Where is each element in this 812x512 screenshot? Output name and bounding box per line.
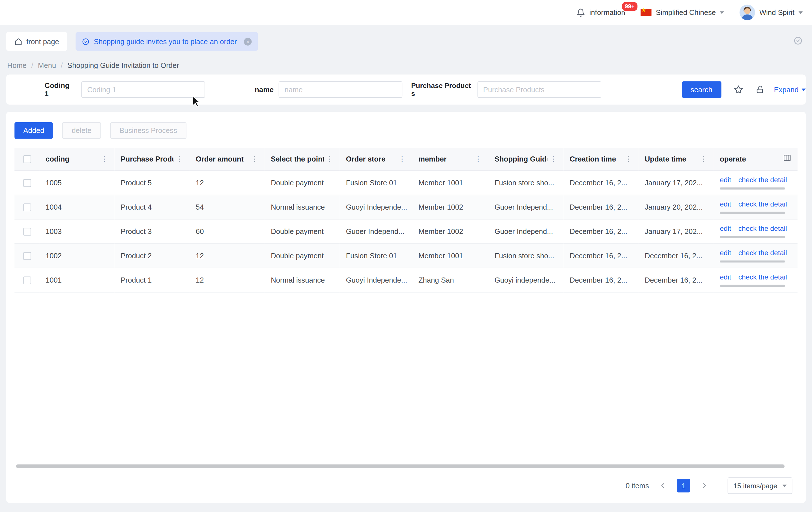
page-size-select[interactable]: 15 items/page <box>728 478 792 494</box>
table-row: 1005 Product 5 12 Double payment Fusion … <box>14 170 797 194</box>
cell-order-amount: 12 <box>190 268 264 292</box>
column-menu-icon[interactable]: ⋮ <box>251 154 258 163</box>
cell-coding: 1004 <box>39 194 114 219</box>
table-row: 1004 Product 4 54 Normal issuance Guoyi … <box>14 194 797 219</box>
row-checkbox[interactable] <box>23 203 31 211</box>
row-checkbox[interactable] <box>23 252 31 260</box>
tab-label: front page <box>26 37 59 46</box>
check-detail-link[interactable]: check the detail <box>738 249 787 256</box>
horizontal-scrollbar[interactable] <box>16 464 785 468</box>
col-shopping-guide: Shopping Guide <box>495 155 548 163</box>
cell-creation-time: December 16, 2... <box>563 268 638 292</box>
cell-member: Member 1002 <box>412 219 488 243</box>
china-flag-icon: ★ <box>641 9 651 16</box>
tab-label: Shopping guide invites you to place an o… <box>94 37 237 46</box>
cell-update-time: December 16, 2... <box>639 243 714 268</box>
cell-member: Member 1002 <box>412 194 488 219</box>
column-menu-icon[interactable]: ⋮ <box>326 154 333 163</box>
table-row: 1001 Product 1 12 Normal issuance Guoyi … <box>14 268 797 292</box>
col-select-point: Select the point... <box>271 155 324 163</box>
pagination: 0 items 1 15 items/page <box>626 478 792 494</box>
cell-order-amount: 12 <box>190 170 264 194</box>
chevron-down-icon <box>720 11 724 13</box>
check-circle-icon <box>82 38 89 45</box>
operate-scrollbar[interactable] <box>720 187 785 189</box>
column-menu-icon[interactable]: ⋮ <box>700 154 707 163</box>
col-order-amount: Order amount <box>196 155 243 163</box>
edit-link[interactable]: edit <box>720 176 731 183</box>
business-process-button[interactable]: Business Process <box>110 122 186 139</box>
operate-scrollbar[interactable] <box>720 260 785 262</box>
notification-menu[interactable]: information 99+ <box>576 8 625 17</box>
breadcrumb: Home / Menu / Shopping Guide Invitation … <box>7 61 812 69</box>
cell-coding: 1003 <box>39 219 114 243</box>
expand-toggle[interactable]: Expand <box>774 85 806 94</box>
unlock-icon[interactable] <box>755 85 765 94</box>
search-button[interactable]: search <box>682 81 721 98</box>
col-order-store: Order store <box>346 155 386 163</box>
column-menu-icon[interactable]: ⋮ <box>549 154 557 163</box>
cell-order-amount: 54 <box>190 194 264 219</box>
check-detail-link[interactable]: check the detail <box>738 176 787 183</box>
cell-purchase-product: Product 3 <box>115 219 190 243</box>
name-label: name <box>255 85 273 94</box>
app-window: information 99+ ★ Simplified Chinese Win… <box>0 0 812 512</box>
col-update-time: Update time <box>645 155 686 163</box>
edit-link[interactable]: edit <box>720 224 731 232</box>
close-icon[interactable]: × <box>244 38 252 45</box>
top-bar: information 99+ ★ Simplified Chinese Win… <box>0 0 812 25</box>
row-checkbox[interactable] <box>23 276 31 284</box>
coding-label: Coding 1 <box>45 81 75 98</box>
name-input[interactable] <box>279 81 402 98</box>
column-menu-icon[interactable]: ⋮ <box>398 154 406 163</box>
operate-scrollbar[interactable] <box>720 284 785 287</box>
edit-link[interactable]: edit <box>720 249 731 256</box>
coding-input[interactable] <box>82 81 205 98</box>
breadcrumb-menu[interactable]: Menu <box>38 61 56 69</box>
check-detail-link[interactable]: check the detail <box>738 224 787 232</box>
column-menu-icon[interactable]: ⋮ <box>175 154 183 163</box>
information-label: information 99+ <box>589 8 625 17</box>
purchase-products-input[interactable] <box>477 81 601 98</box>
language-switcher[interactable]: ★ Simplified Chinese <box>641 8 724 17</box>
delete-button[interactable]: delete <box>62 122 101 139</box>
content-card: Added delete Business Process coding⋮ Pu… <box>6 112 806 503</box>
col-operate: operate <box>720 155 746 163</box>
table-toolbar: Added delete Business Process <box>14 122 797 139</box>
cell-creation-time: December 16, 2... <box>563 219 638 243</box>
cell-member: Zhang San <box>412 268 488 292</box>
orders-table: coding⋮ Purchase Produ...⋮ Order amount⋮… <box>14 148 797 293</box>
page-1-button[interactable]: 1 <box>677 479 691 492</box>
prev-page-button[interactable] <box>655 478 671 493</box>
operate-scrollbar[interactable] <box>720 212 785 214</box>
cell-order-amount: 12 <box>190 243 264 268</box>
column-menu-icon[interactable]: ⋮ <box>474 154 482 163</box>
cell-shopping-guide: Guoer Independ... <box>488 219 563 243</box>
column-menu-icon[interactable]: ⋮ <box>100 154 108 163</box>
col-creation-time: Creation time <box>570 155 616 163</box>
cell-select-point: Normal issuance <box>264 268 340 292</box>
column-menu-icon[interactable]: ⋮ <box>625 154 632 163</box>
check-detail-link[interactable]: check the detail <box>738 200 787 208</box>
user-menu[interactable]: Wind Spirit <box>740 4 803 20</box>
column-settings-icon[interactable] <box>783 154 791 164</box>
chevron-down-icon <box>783 484 787 487</box>
row-checkbox[interactable] <box>23 228 31 235</box>
cell-order-store: Fusion Store 01 <box>340 243 412 268</box>
row-checkbox[interactable] <box>23 179 31 187</box>
added-button[interactable]: Added <box>14 122 53 139</box>
tab-shopping-guide-order[interactable]: Shopping guide invites you to place an o… <box>76 32 258 51</box>
cell-shopping-guide: Guoyi independe... <box>488 268 563 292</box>
table-row: 1002 Product 2 12 Double payment Fusion … <box>14 243 797 268</box>
tab-actions-icon[interactable] <box>793 36 803 47</box>
tab-front-page[interactable]: front page <box>6 32 67 51</box>
favorite-star-icon[interactable] <box>734 85 743 94</box>
tab-bar: front page Shopping guide invites you to… <box>6 32 806 51</box>
check-detail-link[interactable]: check the detail <box>738 273 787 281</box>
select-all-checkbox[interactable] <box>23 155 31 163</box>
breadcrumb-home[interactable]: Home <box>7 61 27 69</box>
edit-link[interactable]: edit <box>720 200 731 208</box>
edit-link[interactable]: edit <box>720 273 731 281</box>
next-page-button[interactable] <box>697 478 712 493</box>
operate-scrollbar[interactable] <box>720 236 785 238</box>
